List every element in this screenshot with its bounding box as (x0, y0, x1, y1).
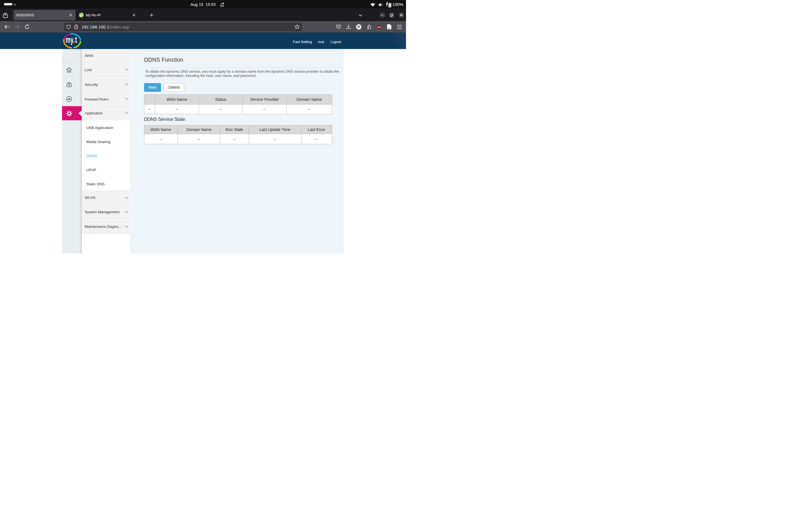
svg-text:t: t (75, 35, 77, 45)
svg-text:uO: uO (377, 25, 381, 28)
svg-text:my: my (66, 35, 73, 45)
